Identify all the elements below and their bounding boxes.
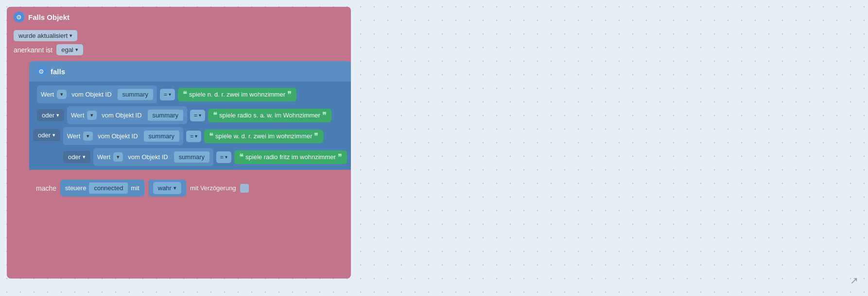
summary-val-2: summary bbox=[148, 110, 183, 121]
wert-container-1: Wert vom Objekt ID summary bbox=[37, 85, 157, 103]
condition-row-3: Wert vom Objekt ID summary = ❝ spiele w.… bbox=[63, 127, 347, 145]
outer-block-header: ⚙ Falls Objekt bbox=[7, 7, 351, 27]
summary-val-1: summary bbox=[118, 89, 153, 100]
falls-gear-icon: ⚙ bbox=[36, 66, 47, 77]
eq-btn-1[interactable]: = bbox=[160, 89, 175, 100]
eq-btn-3[interactable]: = bbox=[186, 131, 201, 142]
string-block-3: ❝ spiele w. d. r. zwei im wohnzimmer ❞ bbox=[204, 130, 323, 143]
steuere-text: steuere bbox=[65, 184, 86, 192]
eq-btn-4[interactable]: = bbox=[216, 151, 231, 163]
row-anerkannt: anerkannt ist egal bbox=[14, 44, 344, 55]
string-block-2: ❝ spiele radio s. a. w. im Wohnzimmer ❞ bbox=[208, 109, 331, 122]
verzogerung-checkbox[interactable] bbox=[240, 184, 249, 193]
condition-row-4: oder Wert vom Objekt ID summary = ❝ spie… bbox=[63, 148, 347, 166]
wert-label-3: Wert bbox=[67, 132, 80, 140]
outer-block-rows: wurde aktualisiert anerkannt ist egal bbox=[7, 27, 351, 58]
summary-val-4: summary bbox=[174, 151, 209, 163]
summary-val-3: summary bbox=[144, 131, 179, 142]
wert-dropdown-3[interactable] bbox=[83, 132, 93, 141]
wahr-block: wahr bbox=[148, 180, 186, 197]
string-text-2: spiele radio s. a. w. im Wohnzimmer bbox=[219, 112, 320, 119]
wert-container-2: Wert vom Objekt ID summary bbox=[67, 106, 187, 124]
wahr-dropdown[interactable]: wahr bbox=[153, 182, 181, 194]
string-text-4: spiele radio fritz im wohnzimmer bbox=[245, 153, 336, 161]
anerkannt-label: anerkannt ist bbox=[14, 46, 52, 54]
wert-container-4: Wert vom Objekt ID summary bbox=[93, 148, 213, 166]
connected-pill: connected bbox=[89, 182, 128, 194]
vom-text-3: vom Objekt ID bbox=[96, 130, 139, 143]
corner-arrow-icon: ↗ bbox=[850, 275, 858, 286]
wert-dropdown-2[interactable] bbox=[87, 111, 97, 120]
mache-label: mache bbox=[36, 184, 56, 192]
oder-btn-outer-3[interactable]: oder bbox=[33, 129, 60, 141]
conditions-area: Wert vom Objekt ID summary = ❝ spiele n.… bbox=[29, 82, 351, 170]
eq-btn-2[interactable]: = bbox=[190, 110, 205, 121]
wert-label-4: Wert bbox=[97, 153, 110, 161]
wert-label-1: Wert bbox=[41, 91, 54, 98]
oder-group-2: oder Wert vom Objekt ID summary = ❝ spie… bbox=[37, 106, 347, 124]
vom-text-1: vom Objekt ID bbox=[69, 88, 113, 101]
canvas: ⚙ Falls Objekt wurde aktualisiert anerka… bbox=[0, 0, 868, 296]
wert-container-3: Wert vom Objekt ID summary bbox=[63, 127, 183, 145]
falls-title: falls bbox=[51, 67, 65, 76]
falls-block-header: ⚙ falls bbox=[29, 61, 351, 82]
egal-dropdown[interactable]: egal bbox=[56, 44, 83, 55]
wert-dropdown-1[interactable] bbox=[57, 90, 67, 99]
outer-block: ⚙ Falls Objekt wurde aktualisiert anerka… bbox=[7, 7, 351, 279]
vom-text-4: vom Objekt ID bbox=[126, 150, 170, 164]
gear-icon: ⚙ bbox=[14, 12, 24, 22]
string-text-1: spiele n. d. r. zwei im wohnzimmer bbox=[189, 91, 285, 98]
wurde-dropdown[interactable]: wurde aktualisiert bbox=[14, 30, 77, 41]
vom-text-2: vom Objekt ID bbox=[100, 109, 143, 122]
string-block-1: ❝ spiele n. d. r. zwei im wohnzimmer ❞ bbox=[178, 88, 296, 101]
string-text-3: spiele w. d. r. zwei im wohnzimmer bbox=[215, 132, 312, 140]
mache-row: mache steuere connected mit wahr mit Ver… bbox=[7, 175, 351, 201]
wert-label-2: Wert bbox=[71, 112, 84, 119]
condition-row-2: oder Wert vom Objekt ID summary = ❝ spie… bbox=[37, 106, 331, 124]
mit-text: mit bbox=[131, 184, 139, 192]
wert-dropdown-4[interactable] bbox=[113, 152, 123, 162]
outer-block-bottom bbox=[7, 201, 351, 211]
oder-group-3-outer: oder Wert vom Objekt ID summary = ❝ bbox=[33, 127, 347, 166]
oder-btn-2[interactable]: oder bbox=[37, 109, 64, 121]
oder-btn-4[interactable]: oder bbox=[63, 151, 90, 163]
steuere-block: steuere connected mit bbox=[60, 180, 144, 197]
row-wurde: wurde aktualisiert bbox=[14, 30, 344, 41]
mit-verzogerung-text: mit Verzögerung bbox=[190, 184, 236, 192]
condition-row-1: Wert vom Objekt ID summary = ❝ spiele n.… bbox=[37, 85, 347, 103]
outer-block-title: Falls Objekt bbox=[28, 13, 69, 21]
string-block-4: ❝ spiele radio fritz im wohnzimmer ❞ bbox=[234, 150, 347, 164]
